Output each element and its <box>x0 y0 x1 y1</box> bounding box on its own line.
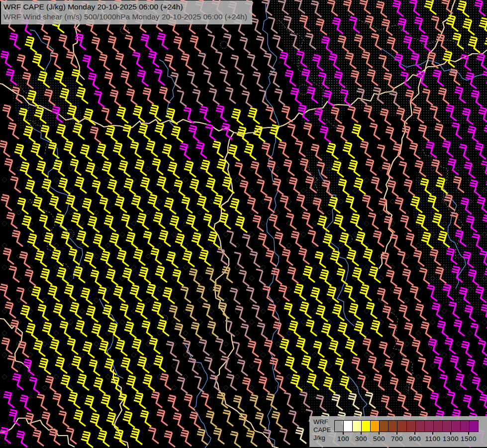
wind-barb <box>80 145 92 161</box>
legend-param-label: CAPE <box>313 426 331 434</box>
wind-barb <box>223 410 233 426</box>
legend-tick-mark <box>450 432 451 435</box>
wind-barb <box>116 107 128 123</box>
title-line-cape: WRF CAPE (J/kg) Monday 20-10-2025 06:00 … <box>3 2 247 12</box>
wind-barb <box>231 55 241 71</box>
map-canvas <box>0 0 487 448</box>
wind-barb <box>393 144 404 160</box>
wind-barb <box>266 107 276 123</box>
wind-barb <box>181 54 192 70</box>
wind-barb <box>88 73 99 89</box>
wind-barb <box>159 87 170 103</box>
wind-barb <box>50 53 61 69</box>
wind-barb <box>101 108 112 124</box>
wind-barb <box>282 106 292 122</box>
wind-barb <box>14 144 26 160</box>
wind-barb <box>255 413 266 429</box>
wind-barb <box>228 145 240 161</box>
wind-barb <box>121 71 132 87</box>
wind-barb <box>84 109 96 125</box>
wind-barb <box>247 54 258 70</box>
legend-color-cell <box>469 421 478 432</box>
wind-barb <box>157 410 168 426</box>
wind-barb <box>263 430 274 446</box>
wind-barb <box>343 142 355 158</box>
wind-barb <box>295 428 306 444</box>
wind-barb <box>289 411 299 427</box>
legend-tick-label: 1100 <box>425 435 440 443</box>
wind-barb <box>126 89 137 105</box>
wind-barb <box>83 55 94 71</box>
wind-barb <box>99 54 110 70</box>
legend-tick-mark <box>343 432 344 435</box>
wind-barb <box>146 141 158 157</box>
legend-tick-label: 900 <box>409 435 421 443</box>
wind-barb <box>212 141 223 157</box>
wind-barb <box>130 429 142 445</box>
title-box: WRF CAPE (J/kg) Monday 20-10-2025 06:00 … <box>1 0 252 24</box>
wind-barb <box>295 141 305 157</box>
wind-barb <box>157 33 168 49</box>
wind-barb <box>360 141 371 157</box>
wind-barb <box>140 411 151 427</box>
weather-map: WRF CAPE (J/kg) Monday 20-10-2025 06:00 … <box>0 0 487 448</box>
wind-barb <box>90 414 102 430</box>
wind-barb <box>196 142 207 158</box>
wind-barb <box>113 143 125 159</box>
wind-barb <box>256 36 267 52</box>
wind-barb <box>171 126 183 142</box>
legend-tick-label: 100 <box>337 435 349 443</box>
wind-barb <box>223 34 234 50</box>
wind-barb <box>208 35 217 51</box>
stipple-region <box>7 75 84 128</box>
wind-barb <box>105 126 117 142</box>
legend-color-cell <box>370 421 379 432</box>
legend-tick-mark <box>414 432 415 435</box>
wind-barb <box>275 89 285 105</box>
wind-barb <box>216 106 227 121</box>
wind-barb <box>64 141 76 157</box>
wind-barb <box>25 37 37 53</box>
wind-barb <box>203 71 214 87</box>
wind-barb <box>17 55 28 71</box>
wind-barb <box>143 88 154 104</box>
legend-tick-label: 1500 <box>461 435 477 443</box>
wind-barb <box>49 429 60 445</box>
legend-color-cell <box>335 421 343 432</box>
wind-barb <box>352 124 364 140</box>
wind-barb <box>125 35 135 51</box>
wind-barb <box>288 124 298 140</box>
wind-barb <box>348 107 358 122</box>
wind-barb <box>149 105 161 121</box>
legend-color-cell <box>397 421 406 432</box>
wind-barb <box>240 37 250 53</box>
wind-barb <box>253 72 263 88</box>
wind-barb <box>242 91 252 107</box>
wind-barb <box>148 428 159 444</box>
wind-barb <box>264 53 274 69</box>
legend-model-label: WRF <box>313 418 331 426</box>
wind-barb <box>108 36 119 52</box>
wind-barb <box>90 127 101 143</box>
wind-barb <box>213 428 224 444</box>
wind-barb <box>33 430 44 446</box>
legend-tick-label: 1300 <box>443 435 459 443</box>
wind-barb <box>237 73 247 89</box>
legend-tick-mark <box>432 432 433 435</box>
legend-colorbar <box>334 420 479 432</box>
wind-barb <box>190 412 200 428</box>
wind-barb <box>225 88 236 104</box>
wind-barb <box>181 430 192 446</box>
legend-color-cell <box>388 421 397 432</box>
wind-barb <box>173 413 184 429</box>
wind-barb <box>280 429 290 445</box>
wind-barb <box>56 124 68 140</box>
wind-barb <box>199 107 210 122</box>
wind-barb <box>59 411 69 427</box>
legend-color-cell <box>451 421 460 432</box>
legend-tick-mark <box>468 432 469 435</box>
wind-barb <box>8 123 19 139</box>
wind-barb <box>370 123 380 139</box>
wind-barb <box>272 412 283 428</box>
wind-barb <box>171 73 181 89</box>
